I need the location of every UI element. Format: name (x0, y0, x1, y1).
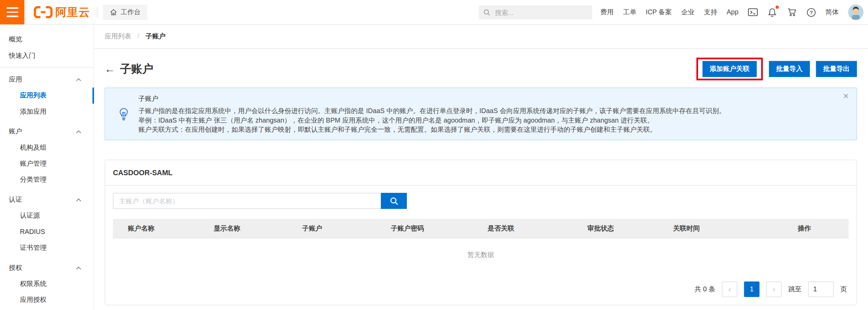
aliyun-logo[interactable]: 阿里云 (34, 5, 90, 20)
sidebar-item-category-mgmt[interactable]: 分类管理 (0, 172, 94, 188)
sidebar: 概览 快速入门 应用 应用列表 添加应用 账户 机构及组 账户管理 分类管理 认… (0, 24, 94, 310)
lightbulb-icon (119, 107, 129, 123)
page-header: ← 子账户 添加账户关联 批量导入 批量导出 (104, 56, 857, 81)
sidebar-group-authentication[interactable]: 认证 (0, 192, 94, 208)
sidebar-item-cert-mgmt[interactable]: 证书管理 (0, 240, 94, 256)
batch-export-button[interactable]: 批量导出 (816, 61, 857, 77)
workbench-label: 工作台 (121, 7, 141, 17)
page-title: 子账户 (120, 61, 153, 76)
chevron-up-icon (76, 198, 81, 201)
table-empty-state: 暂无数据 (105, 238, 856, 281)
sidebar-item-radius[interactable]: RADIUS (0, 224, 94, 240)
notification-dot (775, 5, 779, 9)
column-sub-account-password: 子账户密码 (391, 224, 488, 233)
chevron-up-icon (76, 266, 81, 270)
column-display-name: 显示名称 (214, 224, 302, 233)
language-selector[interactable]: 简体 (825, 7, 838, 17)
sidebar-item-quickstart[interactable]: 快速入门 (0, 48, 94, 63)
search-button[interactable] (381, 193, 407, 209)
sidebar-item-permission-system[interactable]: 权限系统 (0, 276, 94, 292)
terminal-icon[interactable] (748, 7, 758, 17)
sidebar-item-application-list[interactable]: 应用列表 (0, 88, 94, 104)
page-unit-label: 页 (840, 285, 847, 294)
viewport: 阿里云 工作台 费用 工单 ICP 备案 企业 支持 App (0, 0, 868, 310)
svg-text:?: ? (809, 9, 812, 15)
page-actions: 添加账户关联 批量导入 批量导出 (696, 57, 857, 80)
current-page-button[interactable]: 1 (744, 281, 759, 297)
sidebar-divider (0, 67, 94, 68)
column-link-time: 关联时间 (673, 224, 798, 233)
chevron-up-icon (76, 78, 81, 81)
jump-to-label: 跳至 (788, 285, 802, 294)
menu-tickets[interactable]: 工单 (623, 7, 636, 17)
menu-billing[interactable]: 费用 (600, 7, 614, 17)
bell-icon[interactable] (767, 7, 777, 17)
menu-enterprise[interactable]: 企业 (681, 7, 694, 17)
search-icon (483, 9, 490, 16)
chevron-up-icon (76, 130, 81, 133)
sidebar-group-applications[interactable]: 应用 (0, 72, 94, 88)
topbar-search-input[interactable] (494, 8, 588, 17)
banner-line-1: 子账户指的是在指定应用系统中，用户会以什么身份进行访问。主账户指的是 IDaaS… (138, 106, 831, 116)
column-approval-status: 审批状态 (587, 224, 673, 233)
workbench-button[interactable]: 工作台 (103, 4, 148, 20)
jump-to-page-input[interactable] (808, 281, 834, 297)
topbar-search[interactable] (479, 5, 593, 19)
aliyun-logo-icon (34, 6, 53, 18)
add-account-link-button[interactable]: 添加账户关联 (702, 61, 757, 77)
menu-support[interactable]: 支持 (704, 7, 717, 17)
pagination-total: 共 0 条 (695, 285, 715, 294)
breadcrumb-parent[interactable]: 应用列表 (104, 32, 131, 40)
home-icon (110, 8, 117, 16)
chevron-right-icon: › (773, 285, 775, 294)
topbar: 阿里云 工作台 费用 工单 ICP 备案 企业 支持 App (0, 0, 868, 25)
avatar[interactable] (848, 4, 864, 20)
main-content: 应用列表 / 子账户 ← 子账户 添加账户关联 批量导入 批量导出 (94, 24, 868, 310)
chevron-left-icon: ‹ (728, 285, 731, 294)
sidebar-group-authorization[interactable]: 授权 (0, 260, 94, 276)
subaccount-card: CASDOOR-SAML 账户名称 显示名称 子账户 子账户密码 是否关联 审批… (104, 160, 857, 305)
banner-line-3: 账户关联方式：在应用创建时，如果选择了账户映射，即默认主账户和子账户完全一致，无… (138, 125, 831, 135)
topbar-divider (97, 7, 98, 17)
annotation-highlight-box: 添加账户关联 (696, 57, 763, 80)
pagination: 共 0 条 ‹ 1 › 跳至 页 (105, 281, 856, 297)
sidebar-item-org-groups[interactable]: 机构及组 (0, 140, 94, 156)
search-icon (389, 197, 398, 205)
column-is-linked: 是否关联 (488, 224, 587, 233)
column-actions: 操作 (798, 224, 849, 233)
banner-line-2: 举例：IDaaS 中有主账户 张三（用户名 zhangsan），在企业的 BPM… (138, 116, 831, 125)
cart-icon[interactable] (787, 7, 796, 17)
help-icon[interactable]: ? (806, 7, 816, 17)
sidebar-item-add-application[interactable]: 添加应用 (0, 104, 94, 120)
sidebar-item-overview[interactable]: 概览 (0, 32, 94, 48)
hamburger-menu-icon[interactable] (0, 0, 24, 24)
column-account-name: 账户名称 (113, 224, 214, 233)
primary-account-search-input[interactable] (113, 193, 381, 209)
sidebar-item-auth-sources[interactable]: 认证源 (0, 208, 94, 224)
menu-app[interactable]: App (727, 8, 738, 16)
sidebar-item-account-mgmt[interactable]: 账户管理 (0, 156, 94, 172)
topbar-right-menu: 费用 工单 ICP 备案 企业 支持 App ? 简体 (600, 0, 864, 24)
next-page-button[interactable]: › (766, 281, 782, 297)
menu-icp[interactable]: ICP 备案 (646, 7, 672, 17)
banner-title: 子账户 (138, 94, 831, 104)
back-arrow-icon[interactable]: ← (104, 63, 115, 74)
info-banner: 子账户 子账户指的是在指定应用系统中，用户会以什么身份进行访问。主账户指的是 I… (104, 88, 857, 140)
close-icon[interactable]: × (843, 91, 849, 101)
batch-import-button[interactable]: 批量导入 (769, 61, 810, 77)
breadcrumb-separator: / (137, 32, 139, 40)
sidebar-item-app-authorization[interactable]: 应用授权 (0, 292, 94, 308)
banner-body: 子账户 子账户指的是在指定应用系统中，用户会以什么身份进行访问。主账户指的是 I… (138, 94, 831, 134)
prev-page-button[interactable]: ‹ (722, 281, 737, 297)
card-search (113, 193, 849, 209)
card-title: CASDOOR-SAML (105, 160, 856, 186)
sidebar-group-accounts[interactable]: 账户 (0, 124, 94, 140)
breadcrumb-current: 子账户 (146, 32, 166, 40)
column-sub-account: 子账户 (302, 224, 391, 233)
breadcrumb: 应用列表 / 子账户 (94, 24, 868, 49)
table-header: 账户名称 显示名称 子账户 子账户密码 是否关联 审批状态 关联时间 操作 (113, 219, 849, 238)
aliyun-logo-text: 阿里云 (55, 5, 90, 20)
